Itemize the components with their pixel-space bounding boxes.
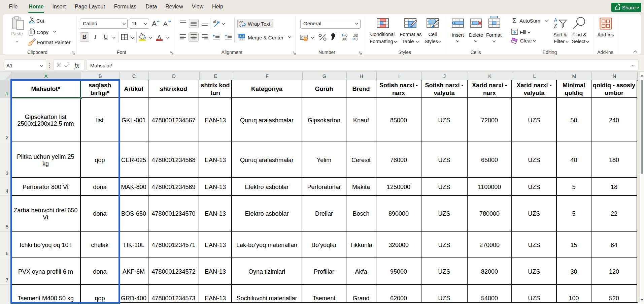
- svg-text:c: c: [239, 23, 241, 27]
- svg-text:A: A: [163, 20, 168, 27]
- svg-text:0: 0: [355, 37, 358, 41]
- svg-text:C: C: [301, 36, 303, 39]
- svg-text:ab: ab: [213, 20, 217, 24]
- svg-text:.00: .00: [342, 37, 347, 41]
- svg-text:A: A: [554, 18, 557, 23]
- svg-text:Z: Z: [554, 23, 557, 29]
- svg-text:Share: Share: [622, 5, 636, 10]
- svg-text:A: A: [152, 20, 157, 27]
